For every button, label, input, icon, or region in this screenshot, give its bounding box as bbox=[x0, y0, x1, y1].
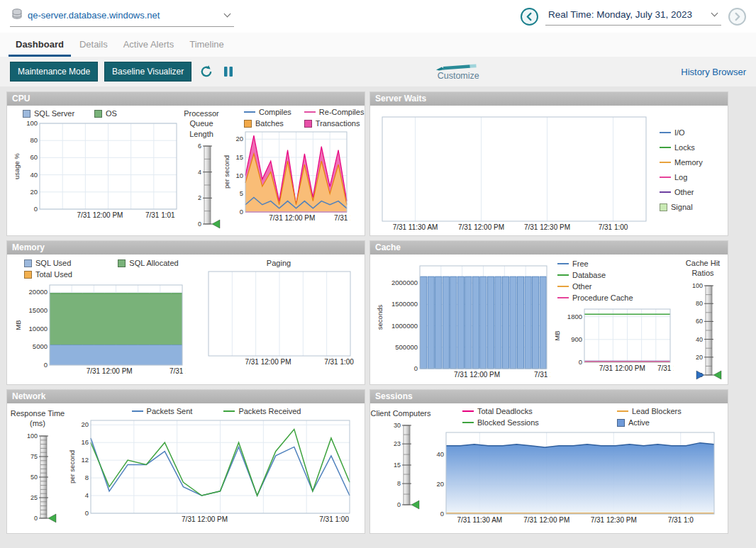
svg-text:15: 15 bbox=[394, 462, 401, 469]
tab-bar: Dashboard Details Active Alerts Timeline bbox=[0, 33, 756, 57]
dashboard-grid: CPU SQL ServerOS 020406080100usage %7/31… bbox=[0, 86, 756, 548]
panel-sessions: Sessions Client Computers 08152330 Total… bbox=[370, 390, 728, 533]
legend-line-icon bbox=[660, 147, 671, 148]
svg-text:7/31 12:00 PM: 7/31 12:00 PM bbox=[77, 211, 123, 219]
tab-active-alerts[interactable]: Active Alerts bbox=[116, 35, 182, 57]
svg-text:7/31 1:00: 7/31 1:00 bbox=[599, 223, 628, 231]
svg-text:80: 80 bbox=[696, 300, 703, 307]
refresh-button[interactable] bbox=[198, 63, 215, 80]
server-selector[interactable]: qe-server.database.windows.net bbox=[10, 6, 234, 27]
legend-item: Re-Compiles bbox=[304, 108, 365, 116]
maintenance-mode-button[interactable]: Maintenance Mode bbox=[10, 62, 98, 82]
panel-server-waits-header: Server Waits bbox=[370, 92, 728, 106]
svg-text:0: 0 bbox=[440, 510, 444, 518]
legend-line-icon bbox=[462, 410, 474, 412]
legend-square-icon bbox=[24, 259, 32, 267]
legend-square-icon bbox=[304, 120, 312, 128]
baseline-visualizer-button[interactable]: Baseline Visualizer bbox=[104, 62, 191, 82]
memory-usage-chart[interactable]: 05000100001500020000MB7/31 12:00 PM7/31 … bbox=[14, 282, 186, 376]
svg-text:7/31 12:00 PM: 7/31 12:00 PM bbox=[454, 371, 500, 379]
legend-label: Locks bbox=[674, 143, 695, 152]
legend-line-icon bbox=[660, 132, 671, 133]
svg-text:7/31 1:0: 7/31 1:0 bbox=[334, 214, 350, 222]
svg-text:16: 16 bbox=[81, 438, 89, 446]
legend-item: Database bbox=[557, 271, 678, 279]
legend-line-icon bbox=[304, 111, 316, 113]
legend-line-icon bbox=[132, 410, 143, 412]
svg-text:6: 6 bbox=[198, 142, 201, 150]
legend-item: Log bbox=[660, 173, 703, 181]
history-back-button[interactable] bbox=[521, 8, 538, 26]
cpu-usage-chart[interactable]: 020406080100usage %7/31 12:00 PM7/31 1:0… bbox=[13, 121, 180, 220]
svg-text:60: 60 bbox=[696, 318, 703, 325]
legend-item: Locks bbox=[660, 143, 703, 152]
svg-text:per second: per second bbox=[223, 155, 230, 189]
tab-timeline[interactable]: Timeline bbox=[182, 35, 231, 57]
legend-square-icon bbox=[24, 271, 32, 279]
legend-line-icon bbox=[244, 111, 255, 113]
svg-text:1000000: 1000000 bbox=[391, 322, 418, 330]
compiles-legend: CompilesRe-CompilesBatchesTransactions bbox=[244, 108, 364, 128]
cache-legend: FreeDatabaseOtherProcedure Cache bbox=[557, 259, 678, 302]
svg-text:7/31 12:00 PM: 7/31 12:00 PM bbox=[182, 515, 228, 523]
svg-text:MB: MB bbox=[553, 330, 561, 340]
cache-mb-chart[interactable]: 09001800MB7/31 12:00 PM7/31 1:0 bbox=[553, 306, 674, 373]
customize-button[interactable]: Customize bbox=[435, 63, 481, 81]
svg-text:80: 80 bbox=[30, 136, 38, 144]
svg-text:7/31 12:00 PM: 7/31 12:00 PM bbox=[599, 364, 645, 372]
svg-text:7/31 12:00 PM: 7/31 12:00 PM bbox=[458, 223, 504, 231]
tab-dashboard[interactable]: Dashboard bbox=[9, 35, 71, 57]
legend-line-icon bbox=[660, 177, 671, 178]
legend-item: Total Deadlocks bbox=[462, 407, 604, 415]
svg-text:75: 75 bbox=[30, 453, 38, 460]
server-waits-legend: I/OLocksMemoryLogOtherSignal bbox=[660, 128, 703, 235]
legend-label: Lead Blockers bbox=[632, 407, 682, 415]
legend-line-icon bbox=[557, 286, 569, 287]
legend-label: Memory bbox=[674, 158, 703, 167]
svg-text:20: 20 bbox=[436, 480, 444, 488]
sessions-legend: Total DeadlocksLead BlockersBlocked Sess… bbox=[462, 407, 728, 427]
cache-usage-chart[interactable]: 0500000100000015000002000000seconds7/31 … bbox=[376, 263, 550, 379]
pause-button[interactable] bbox=[221, 64, 235, 79]
history-forward-button[interactable] bbox=[728, 8, 746, 26]
svg-text:7/31 1:0: 7/31 1:0 bbox=[657, 364, 674, 372]
memory-legend: SQL UsedSQL AllocatedTotal Used bbox=[24, 259, 193, 279]
server-waits-chart[interactable]: 7/31 11:30 AM7/31 12:00 PM7/31 12:30 PM7… bbox=[377, 114, 650, 232]
legend-label: Total Deadlocks bbox=[477, 407, 533, 415]
svg-text:0: 0 bbox=[34, 205, 38, 213]
panel-network-header: Network bbox=[7, 390, 365, 403]
sessions-active-chart[interactable]: 020407/31 11:30 AM7/31 12:00 PM7/31 12:3… bbox=[431, 430, 718, 525]
response-time-gauge: 0255075100 bbox=[16, 430, 59, 525]
legend-item: Procedure Cache bbox=[557, 293, 678, 302]
svg-text:0: 0 bbox=[198, 220, 201, 228]
server-name: qe-server.database.windows.net bbox=[28, 10, 160, 21]
database-icon bbox=[11, 9, 23, 22]
legend-line-icon bbox=[660, 162, 671, 163]
history-browser-link[interactable]: History Browser bbox=[681, 67, 746, 77]
svg-text:0: 0 bbox=[240, 208, 243, 216]
toolbar: Maintenance Mode Baseline Visualizer Cus… bbox=[0, 57, 756, 86]
svg-text:1500000: 1500000 bbox=[391, 300, 418, 308]
client-computers-gauge: 08152330 bbox=[379, 420, 422, 512]
network-packets-chart[interactable]: 048121620per second7/31 12:00 PM7/31 1:0… bbox=[68, 418, 353, 524]
svg-text:20: 20 bbox=[81, 420, 89, 428]
legend-label: Packets Sent bbox=[147, 407, 193, 415]
performance-dashboard: qe-server.database.windows.net Real Time… bbox=[0, 0, 756, 548]
compiles-chart[interactable]: 05101520per second7/31 12:00 PM7/31 1:0 bbox=[223, 129, 350, 223]
legend-label: Signal bbox=[671, 203, 693, 211]
svg-text:7/31 1:00: 7/31 1:00 bbox=[319, 515, 349, 523]
paging-chart[interactable]: 7/31 12:00 PM7/31 1:00 bbox=[204, 269, 354, 367]
svg-text:5: 5 bbox=[240, 189, 243, 197]
legend-item: Compiles bbox=[244, 108, 291, 116]
svg-text:20: 20 bbox=[235, 135, 243, 142]
chevron-down-icon bbox=[224, 11, 231, 18]
refresh-icon bbox=[199, 65, 213, 79]
realtime-selector[interactable]: Real Time: Monday, July 31, 2023 bbox=[545, 8, 721, 26]
legend-label: Free bbox=[572, 259, 589, 268]
legend-item: Total Used bbox=[24, 270, 87, 279]
svg-text:900: 900 bbox=[571, 335, 582, 343]
legend-item: Other bbox=[557, 282, 678, 291]
tab-details[interactable]: Details bbox=[72, 35, 115, 57]
panel-network: Network Response Time (ms) 0255075100 Pa… bbox=[7, 390, 365, 533]
svg-text:0: 0 bbox=[414, 364, 418, 372]
